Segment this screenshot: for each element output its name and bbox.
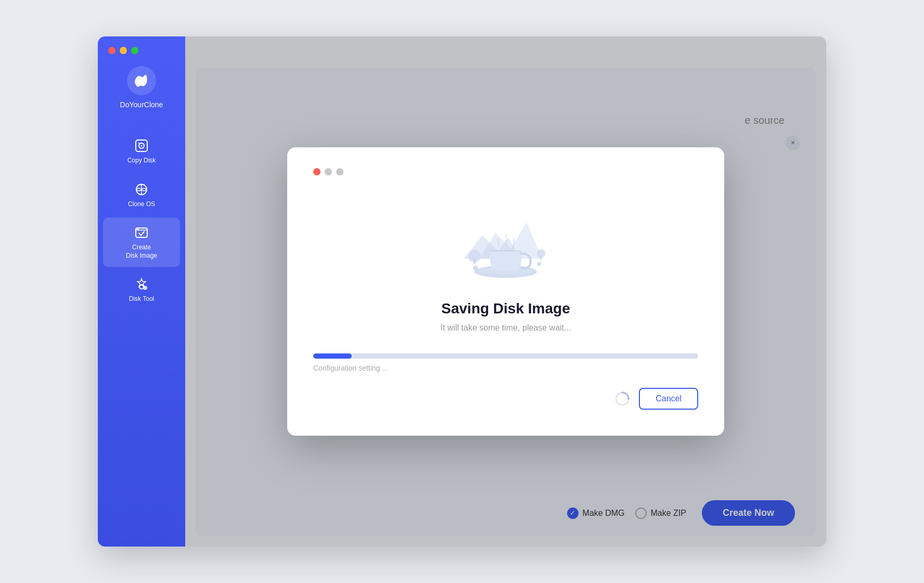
minimize-button[interactable] [120, 47, 127, 54]
svg-point-3 [141, 145, 143, 147]
close-button[interactable] [108, 47, 116, 54]
progress-label: Configuration setting ... [313, 364, 698, 372]
loading-spinner [614, 390, 631, 407]
copy-disk-icon [134, 138, 149, 154]
svg-point-6 [137, 229, 139, 230]
sidebar-item-clone-os[interactable]: Clone OS [103, 174, 180, 216]
app-window: DoYourClone Copy Disk Clone OS [98, 36, 826, 547]
modal-maximize-button[interactable] [336, 168, 343, 175]
progress-bar-background [313, 353, 698, 359]
svg-rect-10 [473, 259, 476, 264]
disk-tool-icon [134, 276, 149, 292]
modal-footer: Cancel [313, 388, 698, 410]
clone-os-icon [134, 182, 149, 197]
create-disk-image-label: CreateDisk Image [126, 244, 157, 260]
svg-point-7 [139, 285, 144, 289]
modal-subtitle: It will take some time, please wait... [313, 323, 698, 333]
svg-point-14 [537, 262, 541, 266]
copy-disk-label: Copy Disk [127, 157, 156, 165]
main-content: e source × ✓ Make DMG Make ZIP Create No… [185, 36, 826, 547]
progress-container: Configuration setting ... [313, 353, 698, 372]
disk-tool-label: Disk Tool [129, 295, 154, 303]
logo-icon [126, 65, 157, 96]
saving-modal: Saving Disk Image It will take some time… [287, 147, 724, 436]
sidebar: DoYourClone Copy Disk Clone OS [98, 36, 185, 547]
modal-minimize-button[interactable] [325, 168, 332, 175]
sidebar-item-create-disk-image[interactable]: CreateDisk Image [103, 218, 180, 267]
modal-overlay: Saving Disk Image It will take some time… [185, 36, 826, 547]
modal-illustration [313, 191, 698, 285]
app-logo: DoYourClone [120, 65, 163, 109]
svg-rect-12 [540, 256, 542, 260]
sidebar-item-disk-tool[interactable]: Disk Tool [103, 269, 180, 311]
window-traffic-lights [108, 47, 138, 54]
sidebar-item-copy-disk[interactable]: Copy Disk [103, 131, 180, 172]
progress-bar-fill [313, 353, 352, 359]
modal-title: Saving Disk Image [313, 300, 698, 317]
modal-close-button[interactable] [313, 168, 320, 175]
modal-traffic-lights [313, 168, 698, 175]
cancel-button[interactable]: Cancel [639, 388, 698, 410]
create-disk-image-icon [134, 225, 149, 240]
coffee-illustration [448, 191, 563, 285]
svg-point-18 [627, 398, 630, 400]
clone-os-label: Clone OS [128, 200, 155, 209]
app-name: DoYourClone [120, 100, 163, 109]
maximize-button[interactable] [131, 47, 138, 54]
